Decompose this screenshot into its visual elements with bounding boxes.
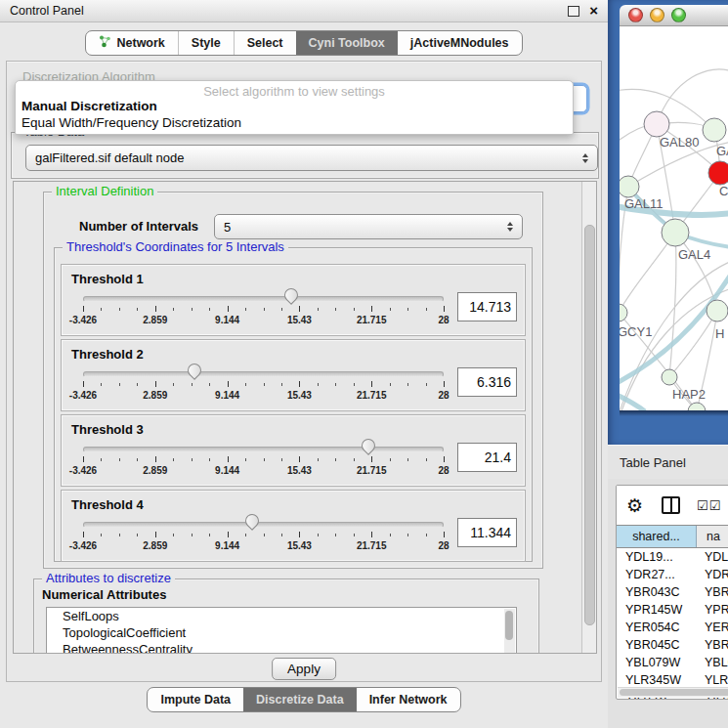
attribute-list-item[interactable]: SelfLoops: [47, 608, 516, 624]
threshold-value-field[interactable]: 11.344: [457, 518, 517, 547]
network-canvas[interactable]: GAL80GACGAL11GAL4GCY1HHAP2: [620, 26, 728, 410]
threshold-slider[interactable]: -3.4262.8599.14415.4321.71528: [83, 441, 444, 482]
table-cell: YLR3: [696, 673, 728, 687]
tick-mark: [281, 308, 282, 311]
attribute-list-item[interactable]: TopologicalCoefficient: [47, 624, 516, 641]
zoom-traffic-light-icon[interactable]: [671, 8, 686, 22]
close-traffic-light-icon[interactable]: [628, 8, 643, 22]
threshold-slider[interactable]: -3.4262.8599.14415.4321.71528: [83, 516, 444, 557]
tick-mark: [281, 458, 282, 461]
control-panel-titlebar: Control Panel ×: [0, 0, 608, 22]
interval-definition-group: Interval Definition Number of Intervals …: [43, 192, 543, 569]
threshold-slider[interactable]: -3.4262.8599.14415.4321.71528: [83, 365, 444, 407]
table-column-header[interactable]: shared...: [617, 526, 697, 547]
slider-track[interactable]: [83, 371, 444, 377]
dropdown-option[interactable]: Equal Width/Frequency Discretization: [16, 115, 573, 132]
numerical-attributes-list[interactable]: SelfLoopsTopologicalCoefficientBetweenne…: [46, 607, 517, 654]
table-row[interactable]: YBR043CYBR0: [617, 583, 728, 601]
tick-mark: [335, 458, 336, 461]
tab-impute-data[interactable]: Impute Data: [148, 688, 243, 711]
slider-track[interactable]: [83, 522, 444, 528]
number-of-intervals-combobox[interactable]: 5: [214, 214, 523, 239]
network-node[interactable]: [708, 161, 728, 185]
split-columns-icon[interactable]: [662, 496, 680, 514]
table-row[interactable]: YDL19...YDL1: [617, 548, 728, 566]
table-cell: YBR0: [696, 585, 728, 599]
close-icon[interactable]: ×: [589, 5, 598, 17]
threshold-value-field[interactable]: 6.316: [457, 367, 517, 397]
tick-mark: [209, 534, 210, 536]
tab-style[interactable]: Style: [178, 31, 234, 55]
dropdown-prompt: Select algorithm to view settings: [16, 81, 573, 99]
threshold-slider-row: -3.4262.8599.14415.4321.71528 6.316: [71, 365, 517, 407]
table-row[interactable]: YER054CYER0: [617, 619, 728, 636]
network-graph[interactable]: GAL80GACGAL11GAL4GCY1HHAP2: [620, 26, 728, 410]
network-node[interactable]: [703, 118, 726, 142]
select-columns-icon[interactable]: ☑☑: [697, 498, 721, 513]
tab-label: Discretize Data: [256, 693, 344, 707]
settings-scroll-panel: Interval Definition Number of Intervals …: [13, 181, 597, 654]
network-node[interactable]: [662, 219, 689, 246]
control-panel: Control Panel × NetworkStyleSelectCyni T…: [0, 0, 609, 728]
dropdown-option[interactable]: Manual Discretization: [16, 99, 573, 115]
minimize-traffic-light-icon[interactable]: [650, 8, 664, 22]
tick-mark: [354, 534, 355, 536]
threshold-panel: Threshold 3 -3.4262.8599.14415.4321.7152…: [61, 414, 526, 487]
tick-mark: [426, 458, 427, 461]
numerical-attributes-label: Numerical Attributes: [42, 587, 166, 602]
network-node[interactable]: [662, 369, 677, 385]
table-row[interactable]: YBL079WYBL0: [617, 654, 728, 671]
tick-mark: [318, 308, 319, 311]
panel-scrollbar[interactable]: [581, 182, 596, 653]
threshold-label: Threshold 3: [71, 422, 144, 437]
network-node[interactable]: [644, 111, 669, 137]
tick-mark: [299, 456, 300, 462]
threshold-value-field[interactable]: 14.713: [457, 292, 517, 321]
tab-select[interactable]: Select: [234, 31, 296, 55]
table-cell: YDL19...: [617, 550, 696, 564]
tick-label: 21.715: [357, 540, 387, 551]
threshold-value-field[interactable]: 21.4: [457, 443, 517, 472]
tick-mark: [119, 308, 120, 311]
table-row[interactable]: YBR045CYBR0: [617, 636, 728, 654]
tab-network[interactable]: Network: [86, 31, 177, 55]
list-scrollbar[interactable]: [504, 609, 515, 654]
tick-mark: [371, 306, 372, 312]
number-of-intervals-label: Number of Intervals: [79, 219, 198, 234]
attribute-list-item[interactable]: BetweennessCentrality: [47, 641, 516, 654]
threshold-slider[interactable]: -3.4262.8599.14415.4321.71528: [83, 290, 444, 331]
network-nodes[interactable]: [620, 111, 728, 410]
network-node[interactable]: [620, 176, 639, 197]
combobox-arrows-icon: [507, 222, 513, 232]
threshold-panel: Threshold 2 -3.4262.8599.14415.4321.7152…: [61, 339, 526, 411]
tab-discretize-data[interactable]: Discretize Data: [243, 688, 357, 711]
tick-mark: [209, 308, 210, 311]
tick-label: 2.859: [143, 465, 167, 476]
slider-track[interactable]: [83, 296, 444, 302]
gear-icon[interactable]: ⚙: [626, 496, 643, 515]
table-data-combobox[interactable]: galFiltered.sif default node: [25, 145, 598, 171]
table-data-combobox-value: galFiltered.sif default node: [35, 150, 184, 165]
network-node[interactable]: [620, 304, 627, 321]
table-row[interactable]: YPR145WYPR1: [617, 601, 728, 619]
apply-button[interactable]: Apply: [272, 658, 336, 680]
table-row[interactable]: YDR27...YDR2: [617, 566, 728, 583]
tab-jactivemnodules[interactable]: jActiveMNodules: [398, 31, 522, 55]
slider-track[interactable]: [83, 447, 444, 452]
tick-mark: [155, 532, 156, 537]
tab-infer-network[interactable]: Infer Network: [357, 688, 460, 711]
tick-label: 15.43: [287, 465, 312, 476]
tick-mark: [426, 534, 427, 536]
slider-tick-labels: -3.4262.8599.14415.4321.71528: [83, 315, 444, 326]
tab-cyni-toolbox[interactable]: Cyni Toolbox: [296, 31, 398, 55]
table-column-header[interactable]: na: [697, 526, 728, 547]
slider-ticks: [83, 532, 444, 538]
attributes-group: Attributes to discretize Numerical Attri…: [33, 578, 539, 654]
network-node[interactable]: [707, 300, 728, 321]
float-window-icon[interactable]: [568, 6, 579, 17]
tick-mark: [155, 306, 156, 312]
tab-label: Style: [192, 36, 221, 50]
threshold-label: Threshold 2: [71, 347, 144, 362]
table-hscrollbar[interactable]: [618, 687, 728, 698]
tick-label: 9.144: [215, 315, 239, 325]
